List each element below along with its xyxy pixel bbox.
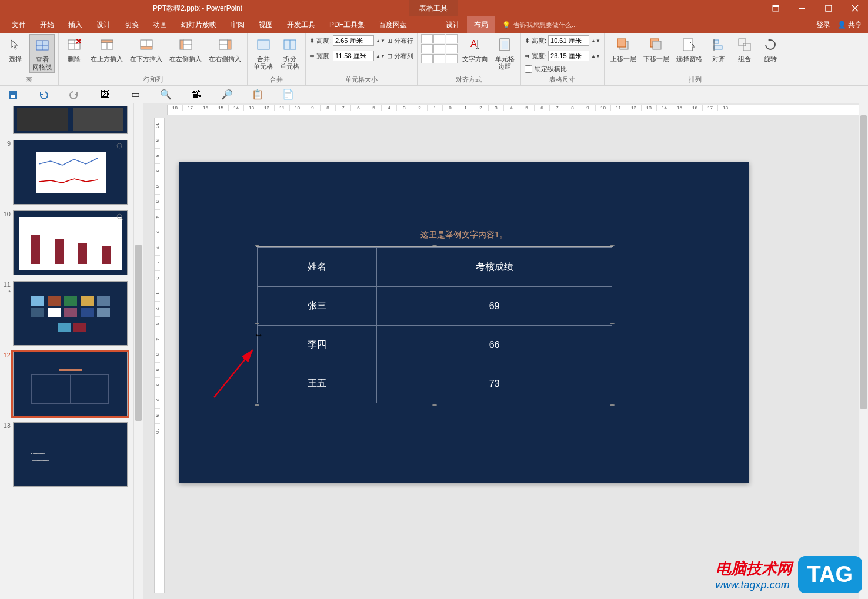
tab-review[interactable]: 审阅 [223,16,252,33]
slide-thumbnail-partial[interactable] [13,106,128,134]
editor-scrollbar[interactable] [859,103,868,599]
split-cells-button[interactable]: 拆分 单元格 [278,34,302,72]
tab-transition[interactable]: 切换 [118,16,146,33]
tab-home[interactable]: 开始 [33,16,61,33]
align-tl[interactable] [421,34,433,43]
rotate-button[interactable]: 旋转 [759,34,782,64]
align-button[interactable]: 对齐 [707,34,730,64]
stepper-icon[interactable]: ▲▼ [591,53,600,59]
select-button[interactable]: 选择 [4,34,27,64]
table-height-input[interactable] [548,35,589,46]
main-area: 9 10 11* [0,103,868,599]
slide-thumbnail-13[interactable]: ▪ ━━━━━━━━━━▪ ━━━━━━━━━━━━━━━━━━━━━━━━━━… [13,422,128,487]
zoom-icon [116,213,125,222]
tab-animation[interactable]: 动画 [146,16,174,33]
tab-view[interactable]: 视图 [252,16,280,33]
stepper-icon[interactable]: ▲▼ [376,38,385,43]
thumbnails-scrollbar[interactable] [133,103,143,599]
selection-handle[interactable] [610,245,615,246]
row-height-input[interactable] [333,35,374,46]
stepper-icon[interactable]: ▲▼ [591,38,600,43]
align-br[interactable] [446,54,458,63]
rotate-icon [761,35,780,54]
minimize-button[interactable] [789,0,815,16]
qat-icon-4[interactable]: 📽 [191,89,202,101]
delete-button[interactable]: 删除 [62,34,86,64]
svg-point-42 [117,214,122,219]
align-tc[interactable] [433,34,445,43]
align-mc[interactable] [433,44,445,53]
text-direction-button[interactable]: A 文字方向 [460,34,490,64]
table-width-input[interactable] [548,51,589,61]
bring-forward-button[interactable]: 上移一层 [608,34,639,64]
tab-file[interactable]: 文件 [5,16,33,33]
selection-handle[interactable] [255,404,259,406]
login-link[interactable]: 登录 [816,20,830,30]
selection-handle[interactable] [255,245,259,246]
view-gridlines-button[interactable]: 查看 网格线 [29,34,55,73]
distribute-cols-button[interactable]: ⊟ 分布列 [387,52,413,61]
selection-handle[interactable] [610,323,615,324]
redo-button[interactable] [68,89,80,101]
slide-title-text[interactable]: 这里是举例文字内容1。 [179,230,749,240]
ribbon-display-options-icon[interactable] [762,0,789,16]
insert-above-button[interactable]: 在上方插入 [88,34,125,64]
distribute-rows-button[interactable]: ⊞ 分布行 [387,36,413,45]
tab-developer[interactable]: 开发工具 [280,16,322,33]
selection-pane-button[interactable]: 选择窗格 [674,34,705,64]
selection-handle[interactable] [610,404,615,406]
group-button[interactable]: 组合 [733,34,756,64]
qat-icon-2[interactable]: ▭ [129,89,141,101]
undo-button[interactable] [38,89,49,101]
merge-cells-button[interactable]: 合并 单元格 [251,34,275,72]
tab-design[interactable]: 设计 [89,16,118,33]
selection-pane-icon [680,35,699,54]
lock-aspect-checkbox[interactable] [525,65,532,73]
col-width-input[interactable] [333,51,374,61]
qat-icon-1[interactable]: 🖼 [99,89,111,101]
align-ml[interactable] [421,44,433,53]
share-button[interactable]: 👤 共享 [837,20,862,30]
qat-icon-7[interactable]: 📄 [282,89,294,101]
align-bc[interactable] [433,54,445,63]
stepper-icon[interactable]: ▲▼ [376,53,385,59]
insert-below-button[interactable]: 在下方插入 [128,34,165,64]
insert-left-button[interactable]: 在左侧插入 [167,34,204,64]
tab-baidu[interactable]: 百度网盘 [372,16,414,33]
lightbulb-icon: 💡 [502,21,510,29]
insert-col-right-icon [216,35,235,54]
tab-insert[interactable]: 插入 [61,16,89,33]
watermark-tag: TAG [798,556,862,593]
tab-table-layout[interactable]: 布局 [467,16,495,33]
selection-handle[interactable] [432,404,437,406]
ribbon-tabs: 文件 开始 插入 设计 切换 动画 幻灯片放映 审阅 视图 开发工具 PDF工具… [0,16,868,33]
qat-icon-6[interactable]: 📋 [252,89,263,101]
align-bl[interactable] [421,54,433,63]
slide-thumbnail-12[interactable] [13,352,128,416]
selection-handle[interactable] [432,245,437,246]
slide-canvas[interactable]: 这里是举例文字内容1。 姓名考核成绩 张三69 李四66 王五73 ↔ [179,162,749,483]
selection-handle[interactable] [255,323,259,324]
close-button[interactable] [842,0,868,16]
cell-margins-button[interactable]: 单元格 边距 [493,34,517,72]
ribbon-group-merge: 合并 单元格 拆分 单元格 合并 [248,33,306,85]
insert-right-button[interactable]: 在右侧插入 [206,34,243,64]
tell-me-search[interactable]: 💡 告诉我您想要做什么... [502,21,577,29]
align-tr[interactable] [446,34,458,43]
tab-slideshow[interactable]: 幻灯片放映 [174,16,223,33]
align-mr[interactable] [446,44,458,53]
slide-thumbnail-9[interactable] [13,140,128,205]
split-icon [281,35,299,54]
slide-thumbnail-10[interactable] [13,210,128,275]
qat-icon-5[interactable]: 🔎 [221,89,233,101]
table-tools-context-label: 表格工具 [409,0,458,16]
slide-table-selection[interactable]: 姓名考核成绩 张三69 李四66 王五73 [257,247,612,403]
tab-pdf[interactable]: PDF工具集 [322,16,372,33]
slide-thumbnail-11[interactable] [13,281,128,346]
tab-table-design[interactable]: 设计 [439,16,467,33]
table-height-icon: ⬍ [525,37,530,45]
qat-icon-3[interactable]: 🔍 [160,89,172,101]
save-button[interactable] [7,89,19,101]
maximize-button[interactable] [815,0,842,16]
send-backward-button[interactable]: 下移一层 [641,34,672,64]
